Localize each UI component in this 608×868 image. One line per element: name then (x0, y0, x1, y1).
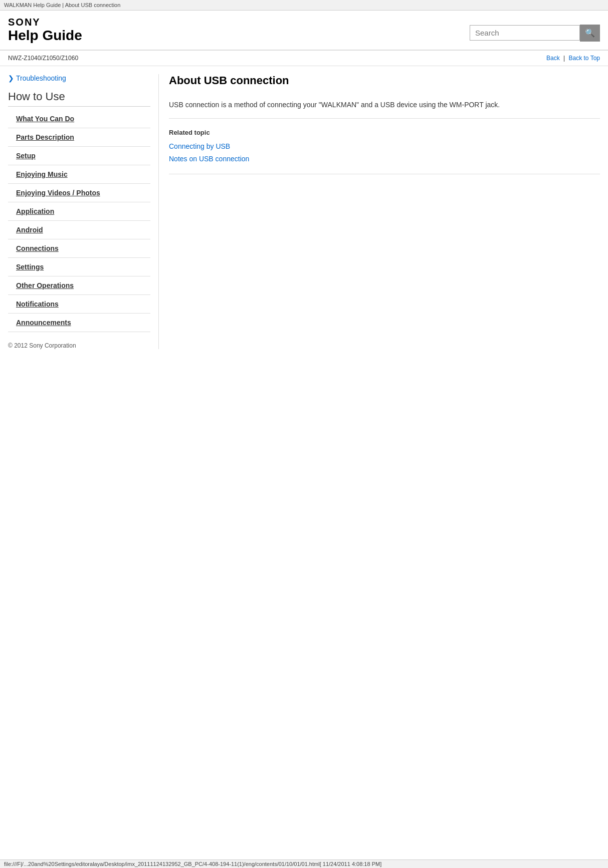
sidebar-item-enjoying-music[interactable]: Enjoying Music (8, 165, 150, 184)
related-link-connecting-by-usb[interactable]: Connecting by USB (169, 140, 600, 153)
sidebar-item-other-operations[interactable]: Other Operations (8, 276, 150, 295)
troubleshooting-link[interactable]: ❯ Troubleshooting (8, 74, 150, 82)
nav-bar: NWZ-Z1040/Z1050/Z1060 Back | Back to Top (0, 51, 608, 66)
sidebar-item-parts-description[interactable]: Parts Description (8, 128, 150, 147)
content-area: About USB connection USB connection is a… (158, 74, 600, 349)
help-guide-title: Help Guide (8, 28, 82, 44)
model-number: NWZ-Z1040/Z1050/Z1060 (8, 55, 78, 62)
related-topic-links: Connecting by USBNotes on USB connection (169, 140, 600, 165)
sidebar: ❯ Troubleshooting How to Use What You Ca… (8, 74, 158, 349)
sidebar-item-application[interactable]: Application (8, 202, 150, 221)
search-button[interactable]: 🔍 (580, 25, 600, 42)
sidebar-item-notifications[interactable]: Notifications (8, 295, 150, 314)
search-area: 🔍 (470, 25, 600, 42)
sidebar-item-connections[interactable]: Connections (8, 239, 150, 258)
header-branding: SONY Help Guide (8, 17, 82, 44)
sidebar-items-list: What You Can DoParts DescriptionSetupEnj… (8, 110, 150, 332)
related-link-notes-on-usb-connection[interactable]: Notes on USB connection (169, 153, 600, 165)
browser-title-text: WALKMAN Help Guide | About USB connectio… (4, 2, 120, 8)
sidebar-item-settings[interactable]: Settings (8, 258, 150, 276)
search-icon: 🔍 (585, 28, 595, 38)
back-link[interactable]: Back (546, 55, 560, 62)
related-topic-label: Related topic (169, 129, 600, 136)
sony-logo: SONY (8, 17, 82, 28)
page-header: SONY Help Guide 🔍 (0, 11, 608, 51)
related-topic-section: Related topic Connecting by USBNotes on … (169, 129, 600, 174)
nav-separator: | (563, 55, 565, 62)
browser-title-bar: WALKMAN Help Guide | About USB connectio… (0, 0, 608, 11)
sidebar-item-setup[interactable]: Setup (8, 147, 150, 165)
search-input[interactable] (470, 25, 580, 41)
content-title: About USB connection (169, 74, 600, 91)
sidebar-item-announcements[interactable]: Announcements (8, 314, 150, 332)
back-to-top-link[interactable]: Back to Top (569, 55, 600, 62)
sidebar-item-android[interactable]: Android (8, 221, 150, 239)
how-to-use-heading: How to Use (8, 90, 150, 103)
sidebar-top-divider (8, 106, 150, 107)
sidebar-item-what-you-can-do[interactable]: What You Can Do (8, 110, 150, 128)
chevron-right-icon: ❯ (8, 74, 14, 82)
main-container: ❯ Troubleshooting How to Use What You Ca… (0, 66, 608, 357)
content-description: USB connection is a method of connecting… (169, 99, 600, 119)
troubleshooting-label: Troubleshooting (16, 74, 66, 82)
copyright-text: © 2012 Sony Corporation (8, 342, 150, 349)
nav-links: Back | Back to Top (546, 55, 600, 62)
sidebar-item-enjoying-videos-photos[interactable]: Enjoying Videos / Photos (8, 184, 150, 202)
